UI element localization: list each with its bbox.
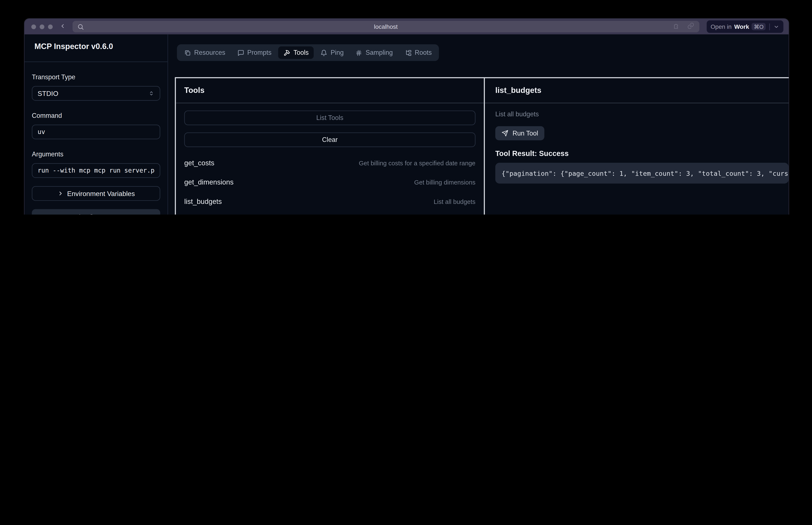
connect-label: Connect [89,212,114,214]
open-in-app-button[interactable]: Open in Work ⌘O [707,20,783,33]
search-icon [77,23,84,30]
tab-ping[interactable]: Ping [315,46,349,59]
tool-name: get_costs [184,159,214,167]
tools-pane-title: Tools [184,86,476,94]
tool-result-json[interactable]: {"pagination": {"page_count": 1, "item_c… [495,163,789,184]
hammer-icon [284,49,290,56]
chevron-right-icon [57,190,63,196]
tab-label: Ping [331,49,344,56]
command-input[interactable]: uv [32,125,160,139]
main-content: Resources Prompts Tools Ping [168,34,788,214]
divider [176,103,484,103]
tool-description: Get billing costs for a specified date r… [359,160,476,167]
tool-description: List all budgets [434,198,476,205]
copy-link-icon[interactable] [686,22,695,32]
tab-label: Tools [293,49,308,56]
transport-type-value: STDIO [38,89,58,97]
tab-resources[interactable]: Resources [179,46,231,59]
tool-name: list_budgets [184,198,222,206]
tool-name: get_dimensions [184,178,233,186]
browser-window: localhost Open in Work ⌘O [24,18,789,214]
tool-row-list-insights[interactable]: list_insights List all insights [184,211,476,214]
tools-detail-panel: Tools List Tools Clear get_costs Get bil… [175,77,789,214]
tool-detail-description: List all budgets [495,110,789,118]
tool-row-list-budgets[interactable]: list_budgets List all budgets [184,192,476,211]
hash-icon [356,49,362,56]
transport-type-select[interactable]: STDIO [32,86,160,101]
tabs-row: Resources Prompts Tools Ping [168,34,788,61]
list-tools-button[interactable]: List Tools [184,110,476,125]
desktop: localhost Open in Work ⌘O [0,0,812,214]
open-in-prefix: Open in [710,24,731,30]
resources-files-icon [184,49,191,56]
tool-detail-title: list_budgets [495,86,789,94]
tab-tools[interactable]: Tools [278,46,314,59]
clear-button[interactable]: Clear [184,133,476,147]
divider [769,23,770,30]
tool-result-heading: Tool Result: Success [495,149,789,158]
open-in-app-name: Work [734,24,749,30]
arguments-input[interactable]: run --with mcp mcp run server.p [32,163,160,178]
tab-label: Sampling [366,49,393,56]
chevron-down-icon[interactable] [773,24,779,29]
window-controls [31,24,53,29]
divider [25,62,168,62]
run-tool-label: Run Tool [512,130,538,137]
url-bar[interactable]: localhost [72,21,699,32]
play-icon [78,213,85,214]
transport-type-label: Transport Type [32,74,160,81]
tool-row-get-dimensions[interactable]: get_dimensions Get billing dimensions [184,172,476,192]
tab-bar: Resources Prompts Tools Ping [177,44,439,61]
tab-label: Roots [415,49,432,56]
sidebar: MCP Inspector v0.6.0 Transport Type STDI… [25,34,168,214]
tab-prompts[interactable]: Prompts [232,46,277,59]
command-label: Command [32,112,160,119]
divider [485,103,789,103]
run-tool-button[interactable]: Run Tool [495,126,545,140]
tab-label: Prompts [247,49,272,56]
bell-icon [321,49,328,56]
tab-sampling[interactable]: Sampling [351,46,398,59]
close-window-button[interactable] [31,24,36,29]
mcp-inspector-app: MCP Inspector v0.6.0 Transport Type STDI… [25,34,788,214]
browser-topbar: localhost Open in Work ⌘O [25,19,788,34]
zoom-window-button[interactable] [48,24,53,29]
connect-button[interactable]: Connect [32,209,160,214]
open-in-shortcut: ⌘O [752,23,766,30]
tool-row-get-costs[interactable]: get_costs Get billing costs for a specif… [184,153,476,173]
chat-bubble-icon [237,49,244,56]
tab-label: Resources [194,49,225,56]
minimize-window-button[interactable] [40,24,44,29]
folder-tree-icon [405,49,411,56]
back-icon[interactable] [57,22,69,30]
tools-list-pane: Tools List Tools Clear get_costs Get bil… [176,78,485,214]
arguments-label: Arguments [32,151,160,158]
tab-roots[interactable]: Roots [400,46,437,59]
environment-variables-label: Environment Variables [67,190,135,197]
tool-description: Get billing dimensions [414,179,475,186]
tool-detail-pane: list_budgets List all budgets Run Tool T… [485,78,789,214]
tools-list: get_costs Get billing costs for a specif… [184,153,476,214]
urlbar-trailing-icons [672,22,695,32]
environment-variables-button[interactable]: Environment Variables [32,186,160,201]
app-title: MCP Inspector v0.6.0 [32,42,160,51]
send-icon [502,130,508,137]
select-chevrons-icon [148,90,154,96]
extension-puzzle-icon[interactable] [672,22,680,32]
url-text: localhost [72,24,699,30]
